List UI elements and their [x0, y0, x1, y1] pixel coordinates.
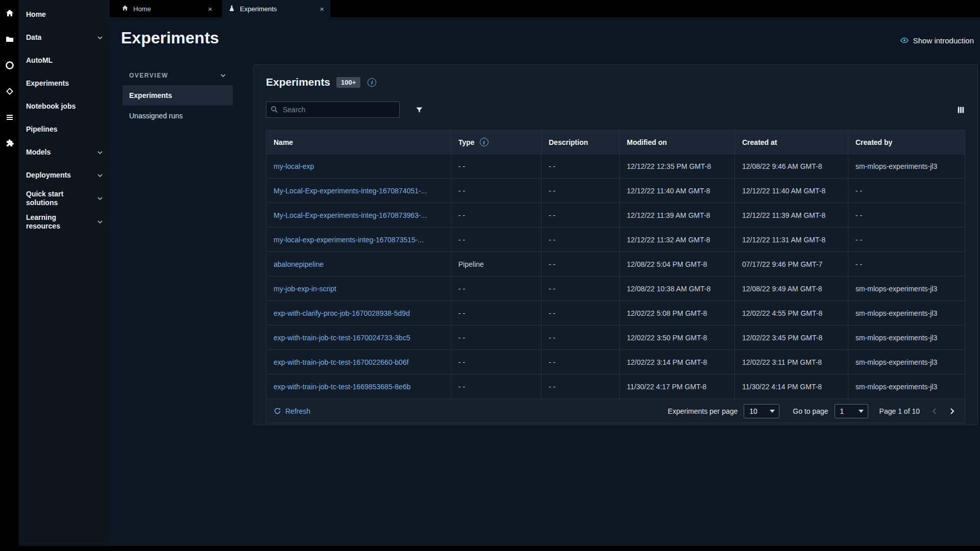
experiment-link[interactable]: My-Local-Exp-experiments-integ-167087396… — [274, 211, 427, 219]
list-icon[interactable] — [4, 112, 15, 123]
show-introduction-link[interactable]: Show introduction — [900, 36, 974, 45]
cell-modified-on: 12/02/22 5:08 PM GMT-8 — [620, 301, 735, 325]
side-navigation: Home Data AutoML Experiments Notebook jo… — [19, 0, 110, 551]
experiment-link[interactable]: exp-with-clarify-proc-job-1670028938-5d9… — [274, 309, 410, 317]
sidebar-item-experiments[interactable]: Experiments — [19, 72, 110, 95]
cell-name: exp-with-train-job-tc-test-1670024733-3b… — [266, 325, 451, 350]
eye-icon — [900, 36, 909, 45]
cell-created-by: - - — [848, 228, 965, 252]
card-header: Experiments 100+ i — [254, 65, 977, 88]
sidebar-item-notebook-jobs[interactable]: Notebook jobs — [19, 95, 110, 118]
filter-button[interactable] — [415, 106, 424, 114]
next-page-button[interactable] — [946, 406, 958, 417]
tab-home[interactable]: Home × — [115, 0, 218, 17]
overview-panel: OVERVIEW Experiments Unassigned runs — [122, 66, 233, 126]
per-page-select[interactable]: 10 — [744, 404, 779, 418]
cell-type: Pipeline — [451, 252, 542, 277]
experiment-link[interactable]: my-job-exp-in-script — [274, 285, 336, 293]
experiments-card: Experiments 100+ i — [253, 64, 978, 425]
experiment-link[interactable]: exp-with-train-job-tc-test-1669853685-8e… — [274, 383, 410, 391]
cell-description: - - — [542, 154, 620, 179]
cell-description: - - — [542, 277, 620, 301]
cell-type: - - — [451, 325, 542, 350]
experiment-link[interactable]: exp-with-train-job-tc-test-1670022660-b0… — [274, 358, 409, 366]
sidebar-item-home[interactable]: Home — [19, 3, 110, 26]
chevron-down-icon — [219, 72, 227, 79]
git-icon[interactable] — [4, 86, 15, 97]
cell-name: abalonepipeline — [266, 252, 451, 277]
experiment-link[interactable]: My-Local-Exp-experiments-integ-167087405… — [274, 187, 427, 195]
chevron-down-icon — [96, 149, 104, 156]
column-header-type[interactable]: Typei — [451, 131, 542, 154]
close-icon[interactable]: × — [208, 5, 212, 13]
column-header-modified-on[interactable]: Modified on — [620, 131, 735, 154]
tab-experiments[interactable]: Experiments × — [222, 0, 330, 17]
count-badge: 100+ — [336, 77, 360, 88]
table-header-row: Name Typei Description Modified on Creat… — [266, 131, 965, 154]
sidebar-item-deployments[interactable]: Deployments — [19, 164, 110, 187]
cell-name: My-Local-Exp-experiments-integ-167087396… — [266, 203, 451, 228]
cell-created-at: 12/12/22 11:39 AM GMT-8 — [735, 203, 848, 228]
card-title: Experiments — [266, 76, 330, 88]
experiments-table-wrap: Name Typei Description Modified on Creat… — [254, 130, 977, 399]
cell-name: exp-with-train-job-tc-test-1669853685-8e… — [266, 374, 451, 399]
previous-page-button[interactable] — [929, 406, 940, 417]
overview-section-toggle[interactable]: OVERVIEW — [122, 66, 233, 85]
extensions-icon[interactable] — [4, 138, 15, 149]
close-icon[interactable]: × — [320, 5, 324, 13]
cell-created-by: - - — [848, 252, 965, 277]
tab-bar: Home × Experiments × — [110, 0, 980, 17]
cell-name: my-local-exp-experiments-integ-167087351… — [266, 228, 451, 252]
cell-created-by: sm-mlops-experiments-jl3 — [848, 301, 965, 325]
cell-type: - - — [451, 203, 542, 228]
table-footer: Refresh Experiments per page 10 Go to pa… — [266, 399, 965, 423]
sidebar-item-pipelines[interactable]: Pipelines — [19, 118, 110, 141]
cell-created-by: - - — [848, 203, 965, 228]
cell-created-at: 12/08/22 9:49 AM GMT-8 — [735, 277, 848, 301]
cell-modified-on: 12/08/22 5:04 PM GMT-8 — [620, 252, 735, 277]
column-header-name[interactable]: Name — [266, 131, 451, 154]
cell-description: - - — [542, 374, 620, 399]
refresh-button[interactable]: Refresh — [274, 407, 310, 415]
cell-created-at: 12/12/22 11:31 AM GMT-8 — [735, 228, 848, 252]
column-settings-button[interactable] — [957, 106, 965, 114]
sidebar-item-learning-resources[interactable]: Learning resources — [19, 210, 110, 234]
cell-created-by: - - — [848, 179, 965, 203]
table-toolbar — [254, 88, 977, 118]
goto-page-select[interactable]: 1 — [835, 404, 868, 418]
cell-modified-on: 12/08/22 10:38 AM GMT-8 — [620, 277, 735, 301]
home-icon[interactable] — [4, 8, 15, 19]
info-icon[interactable]: i — [368, 78, 376, 87]
folder-icon[interactable] — [4, 34, 15, 45]
experiments-table: Name Typei Description Modified on Creat… — [266, 130, 965, 399]
cell-created-at: 11/30/22 4:14 PM GMT-8 — [735, 374, 848, 399]
page-title: Experiments — [121, 29, 219, 47]
bottom-strip — [0, 546, 980, 551]
experiment-link[interactable]: exp-with-train-job-tc-test-1670024733-3b… — [274, 334, 410, 342]
cell-created-by: sm-mlops-experiments-jl3 — [848, 325, 965, 350]
column-header-created-by[interactable]: Created by — [848, 131, 965, 154]
overview-item-experiments[interactable]: Experiments — [122, 85, 233, 106]
chevron-right-icon — [948, 408, 955, 415]
sidebar-item-models[interactable]: Models — [19, 141, 110, 164]
column-header-created-at[interactable]: Created at — [735, 131, 848, 154]
column-header-description[interactable]: Description — [542, 131, 620, 154]
chevron-down-icon — [96, 218, 104, 226]
chevron-down-icon — [859, 410, 864, 413]
sidebar-item-quick-start-solutions[interactable]: Quick start solutions — [19, 187, 110, 210]
table-row: my-local-exp - - - - 12/12/22 12:35 PM G… — [266, 154, 965, 179]
cell-modified-on: 12/02/22 3:50 PM GMT-8 — [620, 325, 735, 350]
experiment-link[interactable]: my-local-exp-experiments-integ-167087351… — [274, 236, 424, 244]
overview-item-unassigned-runs[interactable]: Unassigned runs — [122, 106, 233, 126]
search-icon — [271, 106, 278, 115]
sidebar-item-data[interactable]: Data — [19, 26, 110, 49]
experiment-link[interactable]: my-local-exp — [274, 162, 314, 170]
cell-created-at: 12/02/22 4:55 PM GMT-8 — [735, 301, 848, 325]
experiment-link[interactable]: abalonepipeline — [274, 260, 324, 268]
circle-icon[interactable] — [4, 60, 15, 71]
sidebar-item-automl[interactable]: AutoML — [19, 49, 110, 72]
search-box — [266, 102, 400, 118]
info-icon[interactable]: i — [480, 138, 488, 146]
search-input[interactable] — [266, 102, 400, 118]
cell-created-by: sm-mlops-experiments-jl3 — [848, 154, 965, 179]
